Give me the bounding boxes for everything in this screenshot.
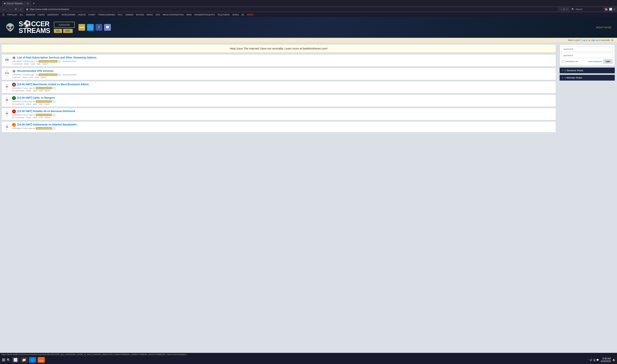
save-link[interactable]: save: [33, 103, 37, 105]
discord-icon[interactable]: 💬: [104, 24, 111, 31]
star-bookmark-icon[interactable]: ☆: [566, 8, 568, 11]
gmt-button[interactable]: GMT: [63, 29, 73, 33]
post-author-tag[interactable]: notsoyoungpadawan: [39, 60, 57, 63]
comments-link[interactable]: 53 comments: [12, 103, 24, 105]
report-link[interactable]: report: [44, 116, 50, 118]
post-author-tag[interactable]: SoccerStreamBot: [36, 87, 52, 89]
browser-tab[interactable]: Soccer Streams ✕: [1, 1, 31, 6]
reset-password-link[interactable]: reset password: [588, 60, 602, 63]
menu-icon[interactable]: ≡: [614, 8, 615, 11]
share-link[interactable]: share: [26, 90, 31, 92]
login-link[interactable]: Log in: [582, 39, 588, 41]
upvote-button[interactable]: ▲: [6, 96, 8, 99]
address-bar[interactable]: 🔒 https://www.reddit.com/r/soccerstreams…: [24, 7, 558, 11]
more-options-icon[interactable]: ···: [560, 8, 562, 11]
nav-random[interactable]: RANDOM: [26, 13, 35, 16]
password-input[interactable]: [562, 53, 613, 58]
bookmark-pocket-icon[interactable]: ⊙: [563, 8, 565, 11]
post-author-tag[interactable]: SoccerStreamBot: [36, 127, 52, 130]
post-title-link[interactable]: List of Paid Subscription Services and O…: [17, 56, 97, 59]
member-rules-header[interactable]: + + Member Rules: [560, 75, 615, 81]
hide-link[interactable]: hide: [37, 63, 41, 65]
comments-link[interactable]: 1 comment: [12, 63, 22, 65]
comments-link[interactable]: comment: [12, 76, 20, 78]
twitter-icon[interactable]: 🐦: [87, 24, 94, 31]
save-link[interactable]: save: [33, 90, 37, 92]
hide-link[interactable]: hide: [39, 90, 43, 92]
share-link[interactable]: share: [24, 63, 29, 65]
nav-all[interactable]: ALL: [20, 13, 24, 16]
hide-link[interactable]: hide: [35, 76, 39, 78]
downvote-button[interactable]: ▼: [6, 75, 8, 77]
signup-link[interactable]: sign up: [591, 39, 599, 41]
facebook-icon[interactable]: f: [96, 24, 102, 31]
nav-videos[interactable]: VIDEOS: [78, 13, 86, 16]
upvote-button[interactable]: ▲: [6, 83, 8, 85]
report-link[interactable]: report: [42, 63, 48, 65]
nav-todayilearned[interactable]: TODAYILEARNED: [98, 13, 115, 16]
nav-funny[interactable]: FUNNY: [88, 13, 95, 16]
upvote-button[interactable]: ▲: [6, 123, 8, 126]
report-link[interactable]: report: [44, 90, 50, 92]
wiki-button[interactable]: wiki: [54, 29, 62, 33]
new-tab-button[interactable]: +: [33, 2, 35, 6]
subscribe-button[interactable]: subscribe: [54, 22, 75, 28]
nav-users[interactable]: USERS: [38, 13, 45, 16]
nav-movies[interactable]: MOVIES: [136, 13, 144, 16]
streamer-rules-header[interactable]: + + Streamer Rules: [560, 67, 615, 73]
upvote-button[interactable]: ▲: [6, 69, 8, 72]
downvote-button[interactable]: ▼: [6, 88, 8, 91]
post-author-tag[interactable]: SoccerStreamBot: [36, 100, 52, 103]
hide-link[interactable]: hide: [39, 103, 43, 105]
share-link[interactable]: share: [26, 103, 31, 105]
nav-gaming[interactable]: GAMING: [125, 13, 134, 16]
browser-search-box[interactable]: 🔍 Search: [570, 7, 603, 11]
nav-sc[interactable]: SC: [242, 13, 244, 16]
nav-television[interactable]: TELEVISION: [218, 13, 230, 16]
back-button[interactable]: ←: [2, 7, 6, 11]
upvote-button[interactable]: ▲: [6, 110, 8, 112]
nav-news[interactable]: NEWS: [147, 13, 153, 16]
tab-close-button[interactable]: ✕: [27, 2, 29, 5]
www-icon[interactable]: www: [78, 24, 85, 31]
nav-askreddit[interactable]: ASKREDDIT: [47, 13, 59, 16]
login-button[interactable]: login: [603, 59, 613, 64]
hide-link[interactable]: hide: [39, 116, 43, 118]
post-author-tag[interactable]: SoccerStreamBot: [36, 114, 52, 116]
nav-jokes[interactable]: JOKES: [232, 13, 239, 16]
downvote-button[interactable]: ▼: [6, 61, 8, 64]
night-mode-button[interactable]: NIGHT MODE: [596, 26, 611, 29]
post-title-link[interactable]: [16:00 GMT] Galatasaray vs İstanbul Başa…: [17, 123, 77, 126]
save-link[interactable]: save: [33, 116, 37, 118]
report-link[interactable]: report: [41, 76, 46, 78]
nav-aww[interactable]: AWW: [187, 13, 192, 16]
reload-button[interactable]: ✕: [14, 7, 18, 11]
downvote-button[interactable]: ▼: [6, 128, 8, 131]
remember-me-checkbox[interactable]: [562, 60, 564, 63]
upvote-button[interactable]: ▲: [6, 56, 8, 59]
post-title-link[interactable]: [13:30 GMT] Schalke 04 vs Borussia Dortm…: [17, 110, 75, 113]
downvote-button[interactable]: ▼: [6, 101, 8, 104]
library-icon[interactable]: 📚: [605, 8, 608, 11]
forward-button[interactable]: →: [8, 7, 12, 11]
post-title-link[interactable]: [13:30 GMT] Celtic vs Rangers: [17, 96, 55, 99]
nav-mildly[interactable]: MILDLYINTERESTING: [163, 13, 184, 16]
nav-worldnews[interactable]: WORLDNEWS: [62, 13, 75, 16]
downvote-button[interactable]: ▼: [6, 115, 8, 117]
username-input[interactable]: [562, 47, 613, 52]
nav-gifs[interactable]: GIFS: [155, 13, 160, 16]
save-link[interactable]: save: [31, 63, 35, 65]
nav-popular[interactable]: POPULAR: [7, 13, 17, 16]
post-title-link[interactable]: [15:00 GMT] Manchester United vs West Br…: [17, 83, 89, 86]
nav-more[interactable]: MORE >: [247, 13, 255, 16]
comments-link[interactable]: 43 comments: [12, 116, 24, 118]
post-author-tag[interactable]: notsoyoungpadawan: [39, 74, 57, 76]
nav-pics[interactable]: PICS: [118, 13, 123, 16]
comments-link[interactable]: 87 comments: [12, 90, 24, 92]
nav-shower[interactable]: SHOWERTHOUGHTS: [194, 13, 215, 16]
sidebar-panel-icon[interactable]: ⬜: [609, 8, 612, 11]
report-link[interactable]: report: [44, 103, 50, 105]
home-button[interactable]: ⌂: [19, 7, 23, 11]
hamburger-icon[interactable]: ☰: [2, 13, 5, 16]
share-link[interactable]: share: [26, 116, 31, 118]
